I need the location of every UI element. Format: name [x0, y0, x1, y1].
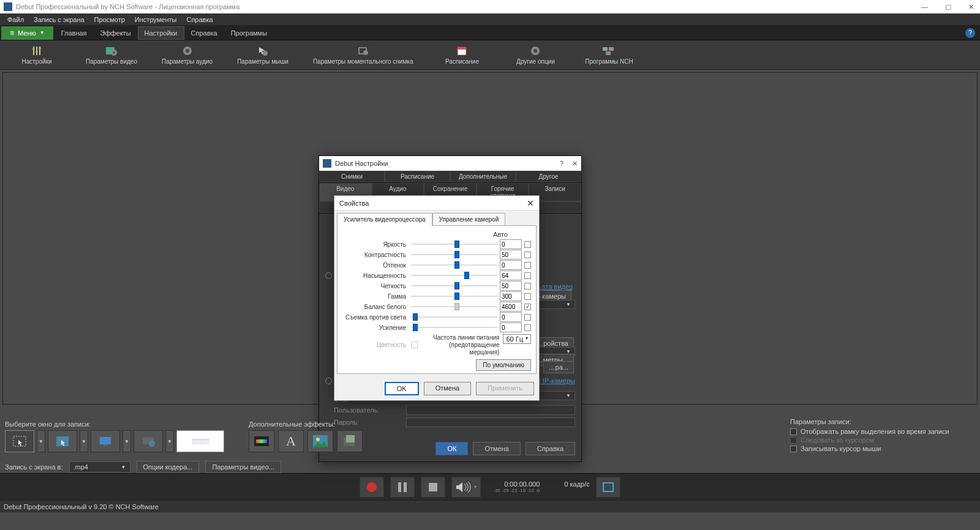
prop-auto-checkbox[interactable] — [524, 252, 531, 258]
minimize-button[interactable]: — — [919, 3, 930, 11]
prop-auto-checkbox[interactable] — [524, 272, 531, 279]
tool-snapshot-params[interactable]: Параметры моментального снимка — [301, 45, 426, 65]
svg-point-3 — [32, 48, 35, 50]
stop-button[interactable] — [421, 477, 445, 498]
chroma-checkbox[interactable] — [411, 342, 418, 348]
video-format-link[interactable]: …ата видео — [535, 283, 573, 290]
prop-auto-checkbox[interactable] — [524, 283, 531, 289]
fullscreen-button[interactable] — [596, 477, 620, 498]
tool-video-params[interactable]: Параметры видео — [74, 45, 149, 65]
capture-region-dropdown[interactable]: ▼ — [37, 430, 45, 452]
fx-filter-button[interactable] — [337, 430, 363, 452]
volume-button[interactable]: ▼ — [451, 477, 481, 498]
record-cursor-checkbox[interactable] — [790, 446, 797, 452]
radio-ip-camera[interactable] — [325, 378, 332, 384]
prop-slider[interactable] — [411, 282, 497, 290]
prop-value-input[interactable] — [500, 239, 522, 249]
prop-value-input[interactable] — [500, 312, 522, 322]
prop-slider[interactable] — [411, 250, 497, 259]
record-button[interactable] — [360, 477, 384, 498]
fx-color-button[interactable] — [249, 430, 274, 452]
properties-cancel-button[interactable]: Отмена — [424, 382, 471, 395]
prop-auto-checkbox[interactable] — [524, 324, 531, 331]
preview-thumbnail[interactable]: ░░░░░ — [176, 430, 224, 452]
menu-screen-record[interactable]: Запись с экрана — [29, 15, 89, 24]
help-icon[interactable]: ? — [965, 28, 975, 38]
capture-scheduled-dropdown[interactable]: ▼ — [165, 430, 174, 452]
fx-text-button[interactable]: A — [278, 430, 304, 452]
prop-value-input[interactable] — [500, 271, 522, 280]
format-dropdown[interactable]: .mp4▼ — [69, 461, 130, 472]
menu-file[interactable]: Файл — [2, 15, 29, 24]
prop-slider[interactable] — [411, 261, 497, 269]
prop-auto-checkbox[interactable] — [524, 293, 531, 300]
tab-advanced[interactable]: Дополнительные — [450, 171, 516, 182]
encoder-options-button[interactable]: Опции кодера... — [137, 461, 200, 473]
prop-label: Контрастность — [342, 252, 409, 258]
tab-programs[interactable]: Программы — [224, 26, 274, 40]
prop-label: Баланс белого — [342, 304, 409, 310]
tab-settings[interactable]: Настройки — [138, 26, 184, 40]
prop-value-input[interactable] — [500, 250, 522, 259]
prop-value-input[interactable] — [500, 291, 522, 301]
prop-auto-checkbox[interactable] — [524, 314, 531, 321]
property-row: Баланс белого ✓ — [342, 302, 531, 312]
user-input[interactable] — [406, 405, 575, 415]
capture-scheduled-button[interactable] — [134, 430, 163, 452]
prop-value-input[interactable] — [500, 260, 522, 270]
prop-slider — [411, 302, 497, 311]
tool-nch-programs[interactable]: Программы NCH — [572, 45, 646, 65]
prop-value-input[interactable] — [500, 302, 522, 312]
prop-auto-checkbox[interactable] — [524, 262, 531, 269]
tool-audio-params[interactable]: Параметры аудио — [149, 45, 225, 65]
dialog-close-button[interactable]: ✕ — [572, 160, 578, 168]
tab-video-proc-amp[interactable]: Усилитель видеопроцессора — [337, 213, 432, 226]
tab-schedule[interactable]: Расписание — [385, 171, 450, 182]
capture-screen-button[interactable] — [91, 430, 120, 452]
prop-auto-checkbox[interactable] — [524, 241, 531, 248]
properties-apply-button[interactable]: Применить — [476, 382, 534, 395]
properties-ok-button[interactable]: OK — [385, 382, 419, 395]
prop-slider[interactable] — [411, 323, 497, 332]
dialog-help-button[interactable]: ? — [560, 160, 564, 168]
maximize-button[interactable]: ▢ — [943, 3, 954, 11]
prop-value-input[interactable] — [500, 323, 522, 332]
menu-dropdown-button[interactable]: ≡Меню▼ — [1, 26, 53, 40]
properties-footer: OK Отмена Применить — [334, 377, 539, 400]
properties-close-button[interactable]: ✕ — [527, 198, 534, 208]
tab-snapshots[interactable]: Снимки — [319, 171, 385, 182]
capture-window-button[interactable] — [48, 430, 77, 452]
prop-slider[interactable] — [411, 313, 497, 321]
defaults-button[interactable]: По умолчанию — [476, 359, 531, 371]
tool-schedule[interactable]: Расписание — [425, 45, 499, 65]
tab-main[interactable]: Главная — [55, 26, 94, 40]
prop-slider[interactable] — [411, 271, 497, 280]
tab-effects[interactable]: Эффекты — [94, 26, 138, 40]
fps-value: 0 кадр/с — [564, 480, 589, 488]
prop-slider[interactable] — [411, 240, 497, 248]
capture-region-button[interactable] — [5, 430, 34, 452]
menu-tools[interactable]: Инструменты — [130, 15, 182, 24]
radio-option[interactable] — [325, 272, 332, 279]
menu-view[interactable]: Просмотр — [89, 15, 130, 24]
prop-label: Насыщенность — [342, 272, 409, 279]
video-options-button[interactable]: Параметры видео... — [205, 461, 281, 473]
tool-mouse-params[interactable]: Параметры мыши — [225, 45, 301, 65]
show-frame-checkbox[interactable] — [790, 428, 797, 435]
tab-help[interactable]: Справка — [184, 26, 224, 40]
prop-slider[interactable] — [411, 292, 497, 300]
prop-auto-checkbox[interactable]: ✓ — [524, 304, 531, 310]
tool-other-options[interactable]: Другие опции — [499, 45, 572, 65]
tab-other[interactable]: Другое — [516, 171, 581, 182]
tool-settings[interactable]: Настройки — [0, 45, 74, 65]
fx-image-button[interactable] — [307, 430, 333, 452]
pause-button[interactable] — [390, 477, 415, 498]
freq-dropdown[interactable]: 60 Гц▾ — [503, 334, 531, 344]
camera-button[interactable]: …ра... — [543, 361, 574, 373]
capture-screen-dropdown[interactable]: ▼ — [123, 430, 131, 452]
menu-help[interactable]: Справка — [181, 15, 217, 24]
close-button[interactable]: ✕ — [966, 3, 976, 11]
prop-value-input[interactable] — [500, 281, 522, 291]
tab-camera-control[interactable]: Управление камерой — [432, 213, 506, 226]
capture-window-dropdown[interactable]: ▼ — [80, 430, 88, 452]
